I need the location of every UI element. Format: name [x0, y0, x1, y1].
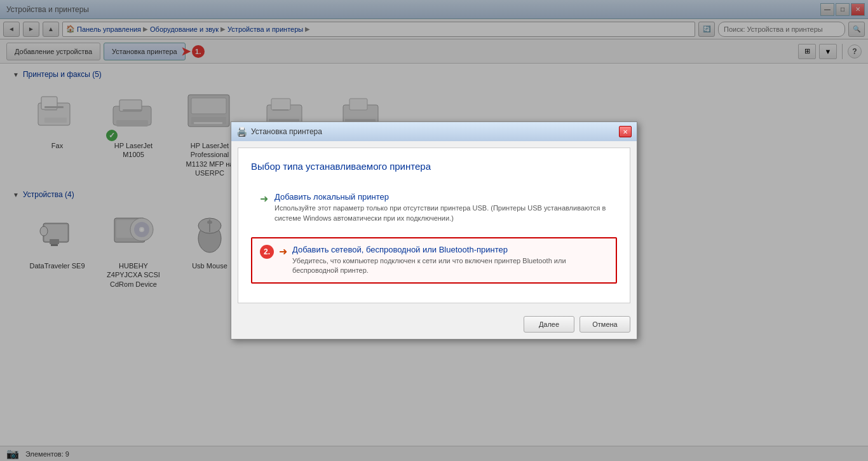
network-printer-arrow-icon: ➜ [279, 245, 287, 258]
cancel-button[interactable]: Отмена [580, 316, 630, 333]
dialog-option-network[interactable]: 2. ➜ Добавить сетевой, беспроводной или … [251, 237, 617, 284]
dialog-overlay: 🖨️ Установка принтера ✕ Выбор типа устан… [0, 0, 868, 461]
local-printer-desc: Используйте этот параметр только при отс… [275, 203, 608, 223]
printer-title-icon: 🖨️ [236, 127, 247, 137]
network-printer-title: Добавить сетевой, беспроводной или Bluet… [292, 245, 608, 254]
dialog-body: Выбор типа устанавливаемого принтера ➜ Д… [238, 148, 630, 303]
dialog-heading: Выбор типа устанавливаемого принтера [251, 161, 617, 172]
next-button[interactable]: Далее [524, 316, 574, 333]
dialog-title-bar: 🖨️ Установка принтера ✕ [231, 122, 637, 141]
local-printer-content: Добавить локальный принтер Используйте э… [275, 192, 608, 223]
dialog-close-button[interactable]: ✕ [619, 126, 632, 137]
install-printer-dialog: 🖨️ Установка принтера ✕ Выбор типа устан… [231, 121, 637, 340]
network-printer-content: Добавить сетевой, беспроводной или Bluet… [292, 245, 608, 276]
local-printer-arrow-icon: ➜ [260, 193, 268, 205]
step2-badge: 2. [260, 245, 274, 259]
network-option-inner: 2. ➜ Добавить сетевой, беспроводной или … [260, 245, 608, 276]
network-printer-desc: Убедитесь, что компьютер подключен к сет… [292, 256, 608, 276]
dialog-footer: Далее Отмена [231, 310, 637, 339]
dialog-option-local[interactable]: ➜ Добавить локальный принтер Используйте… [251, 184, 617, 231]
local-printer-title: Добавить локальный принтер [275, 192, 608, 202]
dialog-title: Установка принтера [251, 127, 322, 136]
